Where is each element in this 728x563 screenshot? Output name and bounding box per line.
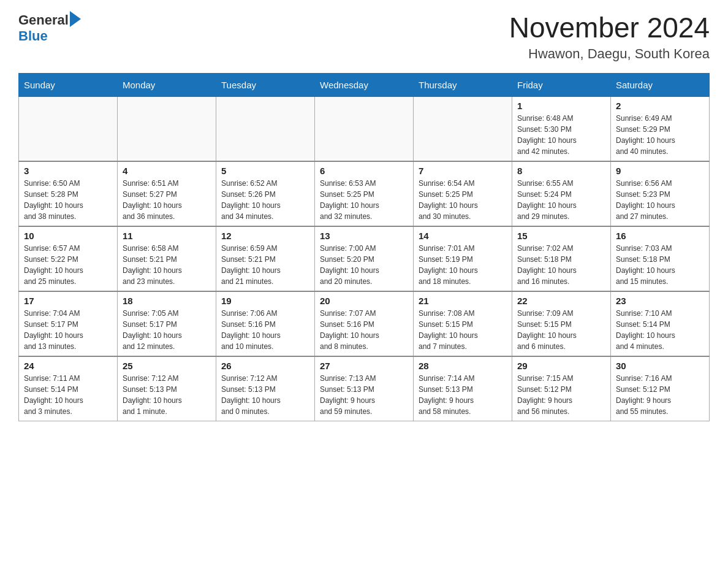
day-number: 17 <box>24 296 112 306</box>
calendar-subtitle: Hwawon, Daegu, South Korea <box>509 46 710 62</box>
calendar-cell: 4Sunrise: 6:51 AM Sunset: 5:27 PM Daylig… <box>118 161 216 226</box>
day-info: Sunrise: 7:04 AM Sunset: 5:17 PM Dayligh… <box>24 308 112 352</box>
day-number: 29 <box>517 361 605 371</box>
day-info: Sunrise: 7:12 AM Sunset: 5:13 PM Dayligh… <box>221 373 309 417</box>
weekday-header-saturday: Saturday <box>611 73 710 96</box>
calendar-cell: 20Sunrise: 7:07 AM Sunset: 5:16 PM Dayli… <box>315 291 414 356</box>
day-info: Sunrise: 6:51 AM Sunset: 5:27 PM Dayligh… <box>123 178 211 222</box>
calendar-cell: 28Sunrise: 7:14 AM Sunset: 5:13 PM Dayli… <box>414 356 512 421</box>
week-row-4: 17Sunrise: 7:04 AM Sunset: 5:17 PM Dayli… <box>19 291 710 356</box>
calendar-cell: 23Sunrise: 7:10 AM Sunset: 5:14 PM Dayli… <box>611 291 710 356</box>
day-number: 7 <box>419 166 507 176</box>
calendar-cell: 11Sunrise: 6:58 AM Sunset: 5:21 PM Dayli… <box>118 226 216 291</box>
day-number: 2 <box>616 101 704 111</box>
calendar-cell: 26Sunrise: 7:12 AM Sunset: 5:13 PM Dayli… <box>216 356 315 421</box>
calendar-cell: 15Sunrise: 7:02 AM Sunset: 5:18 PM Dayli… <box>512 226 611 291</box>
day-number: 25 <box>123 361 211 371</box>
day-info: Sunrise: 7:08 AM Sunset: 5:15 PM Dayligh… <box>419 308 507 352</box>
day-info: Sunrise: 6:48 AM Sunset: 5:30 PM Dayligh… <box>517 113 605 157</box>
calendar-cell: 5Sunrise: 6:52 AM Sunset: 5:26 PM Daylig… <box>216 161 315 226</box>
day-number: 4 <box>123 166 211 176</box>
weekday-header-monday: Monday <box>118 73 216 96</box>
calendar-cell: 17Sunrise: 7:04 AM Sunset: 5:17 PM Dayli… <box>19 291 118 356</box>
weekday-header-friday: Friday <box>512 73 611 96</box>
day-info: Sunrise: 7:16 AM Sunset: 5:12 PM Dayligh… <box>616 373 704 417</box>
day-number: 12 <box>221 231 309 241</box>
title-area: November 2024 Hwawon, Daegu, South Korea <box>509 12 710 62</box>
logo: General Blue <box>18 12 81 44</box>
day-number: 5 <box>221 166 309 176</box>
day-number: 11 <box>123 231 211 241</box>
day-info: Sunrise: 7:11 AM Sunset: 5:14 PM Dayligh… <box>24 373 112 417</box>
calendar-cell: 27Sunrise: 7:13 AM Sunset: 5:13 PM Dayli… <box>315 356 414 421</box>
day-info: Sunrise: 7:03 AM Sunset: 5:18 PM Dayligh… <box>616 243 704 287</box>
day-number: 3 <box>24 166 112 176</box>
day-number: 13 <box>320 231 408 241</box>
day-info: Sunrise: 6:50 AM Sunset: 5:28 PM Dayligh… <box>24 178 112 222</box>
calendar-cell <box>19 96 118 161</box>
calendar-cell <box>118 96 216 161</box>
week-row-2: 3Sunrise: 6:50 AM Sunset: 5:28 PM Daylig… <box>19 161 710 226</box>
calendar-cell: 7Sunrise: 6:54 AM Sunset: 5:25 PM Daylig… <box>414 161 512 226</box>
calendar-cell: 2Sunrise: 6:49 AM Sunset: 5:29 PM Daylig… <box>611 96 710 161</box>
day-info: Sunrise: 6:49 AM Sunset: 5:29 PM Dayligh… <box>616 113 704 157</box>
weekday-header-row: SundayMondayTuesdayWednesdayThursdayFrid… <box>19 73 710 96</box>
calendar-cell: 9Sunrise: 6:56 AM Sunset: 5:23 PM Daylig… <box>611 161 710 226</box>
calendar-title: November 2024 <box>509 12 710 44</box>
day-number: 22 <box>517 296 605 306</box>
day-number: 1 <box>517 101 605 111</box>
calendar-cell <box>315 96 414 161</box>
calendar-cell: 13Sunrise: 7:00 AM Sunset: 5:20 PM Dayli… <box>315 226 414 291</box>
day-info: Sunrise: 7:05 AM Sunset: 5:17 PM Dayligh… <box>123 308 211 352</box>
logo-flag-icon <box>70 11 81 27</box>
calendar-cell: 10Sunrise: 6:57 AM Sunset: 5:22 PM Dayli… <box>19 226 118 291</box>
calendar-cell <box>216 96 315 161</box>
calendar-cell: 18Sunrise: 7:05 AM Sunset: 5:17 PM Dayli… <box>118 291 216 356</box>
calendar-cell: 24Sunrise: 7:11 AM Sunset: 5:14 PM Dayli… <box>19 356 118 421</box>
day-number: 24 <box>24 361 112 371</box>
day-info: Sunrise: 6:57 AM Sunset: 5:22 PM Dayligh… <box>24 243 112 287</box>
day-info: Sunrise: 6:55 AM Sunset: 5:24 PM Dayligh… <box>517 178 605 222</box>
calendar-cell <box>414 96 512 161</box>
day-number: 14 <box>419 231 507 241</box>
day-number: 20 <box>320 296 408 306</box>
day-info: Sunrise: 7:15 AM Sunset: 5:12 PM Dayligh… <box>517 373 605 417</box>
calendar-cell: 22Sunrise: 7:09 AM Sunset: 5:15 PM Dayli… <box>512 291 611 356</box>
day-info: Sunrise: 7:09 AM Sunset: 5:15 PM Dayligh… <box>517 308 605 352</box>
calendar-cell: 25Sunrise: 7:12 AM Sunset: 5:13 PM Dayli… <box>118 356 216 421</box>
calendar-cell: 3Sunrise: 6:50 AM Sunset: 5:28 PM Daylig… <box>19 161 118 226</box>
day-number: 16 <box>616 231 704 241</box>
day-number: 27 <box>320 361 408 371</box>
day-info: Sunrise: 6:52 AM Sunset: 5:26 PM Dayligh… <box>221 178 309 222</box>
weekday-header-tuesday: Tuesday <box>216 73 315 96</box>
calendar-cell: 8Sunrise: 6:55 AM Sunset: 5:24 PM Daylig… <box>512 161 611 226</box>
day-info: Sunrise: 7:01 AM Sunset: 5:19 PM Dayligh… <box>419 243 507 287</box>
day-number: 18 <box>123 296 211 306</box>
day-number: 28 <box>419 361 507 371</box>
day-number: 23 <box>616 296 704 306</box>
day-info: Sunrise: 6:59 AM Sunset: 5:21 PM Dayligh… <box>221 243 309 287</box>
logo-general-text: General <box>18 12 69 28</box>
day-info: Sunrise: 6:54 AM Sunset: 5:25 PM Dayligh… <box>419 178 507 222</box>
day-number: 26 <box>221 361 309 371</box>
day-info: Sunrise: 6:56 AM Sunset: 5:23 PM Dayligh… <box>616 178 704 222</box>
calendar-cell: 29Sunrise: 7:15 AM Sunset: 5:12 PM Dayli… <box>512 356 611 421</box>
week-row-3: 10Sunrise: 6:57 AM Sunset: 5:22 PM Dayli… <box>19 226 710 291</box>
calendar-cell: 14Sunrise: 7:01 AM Sunset: 5:19 PM Dayli… <box>414 226 512 291</box>
calendar-cell: 30Sunrise: 7:16 AM Sunset: 5:12 PM Dayli… <box>611 356 710 421</box>
day-info: Sunrise: 6:53 AM Sunset: 5:25 PM Dayligh… <box>320 178 408 222</box>
calendar-cell: 1Sunrise: 6:48 AM Sunset: 5:30 PM Daylig… <box>512 96 611 161</box>
day-number: 10 <box>24 231 112 241</box>
day-number: 19 <box>221 296 309 306</box>
day-number: 15 <box>517 231 605 241</box>
day-number: 21 <box>419 296 507 306</box>
day-info: Sunrise: 7:00 AM Sunset: 5:20 PM Dayligh… <box>320 243 408 287</box>
day-info: Sunrise: 7:06 AM Sunset: 5:16 PM Dayligh… <box>221 308 309 352</box>
week-row-5: 24Sunrise: 7:11 AM Sunset: 5:14 PM Dayli… <box>19 356 710 421</box>
day-info: Sunrise: 7:07 AM Sunset: 5:16 PM Dayligh… <box>320 308 408 352</box>
week-row-1: 1Sunrise: 6:48 AM Sunset: 5:30 PM Daylig… <box>19 96 710 161</box>
calendar-cell: 12Sunrise: 6:59 AM Sunset: 5:21 PM Dayli… <box>216 226 315 291</box>
weekday-header-wednesday: Wednesday <box>315 73 414 96</box>
day-number: 8 <box>517 166 605 176</box>
header: General Blue November 2024 Hwawon, Daegu… <box>18 12 710 62</box>
